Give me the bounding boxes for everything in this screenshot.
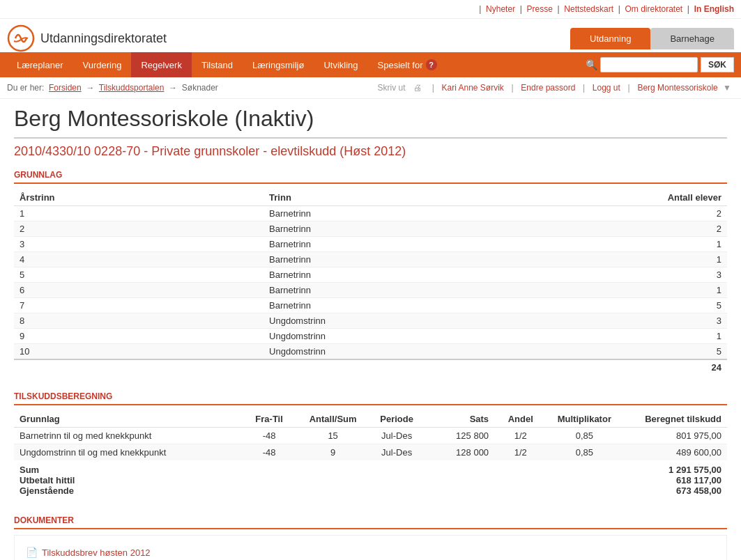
cell-fra-til: -48 [239,444,299,461]
col-grunnlag: Grunnlag [14,411,239,428]
cell-total-empty2 [263,359,620,375]
cell-arstrinn: 8 [14,313,263,329]
page-title: Berg Montessoriskole (Inaktiv) [14,106,727,139]
nav-search: 🔍 SØK [586,57,734,72]
tilskudd-table: Grunnlag Fra-Til Antall/Sum Periode Sats… [14,411,727,499]
breadcrumb-tilskuddsportalen[interactable]: Tilskuddsportalen [99,83,165,93]
cell-antall-sum: 9 [299,444,367,461]
doc-icon: 📄 [26,547,38,558]
cell-arstrinn: 7 [14,298,263,313]
nav-laeringsmiljo[interactable]: Læringsmiljø [243,52,314,77]
table-row: 9 Ungdomstrinn 1 [14,329,727,344]
school-link[interactable]: Berg Montessoriskole [637,83,717,93]
main-content: Berg Montessoriskole (Inaktiv) 2010/4330… [0,99,741,560]
nav-laereplaner[interactable]: Læreplaner [7,52,73,77]
nyheter-link[interactable]: Nyheter [486,4,515,14]
cell-beregnet: 489 600,00 [622,444,727,461]
user-link[interactable]: Kari Anne Sørvik [441,83,503,93]
cell-sats: 125 800 [427,428,494,444]
nav-regelverk[interactable]: Regelverk [131,52,192,77]
om-direktoratet-link[interactable]: Om direktoratet [625,4,683,14]
grunnlag-section-header: GRUNNLAG [14,170,727,184]
breadcrumb-soknader: Søknader [182,83,218,93]
cell-antall: 1 [620,329,727,344]
cell-periode: Jul-Des [367,428,427,444]
col-antall-sum: Antall/Sum [299,411,367,428]
logo-text: Utdanningsdirektoratet [40,31,167,46]
cell-antall: 1 [620,237,727,252]
cell-antall: 5 [620,344,727,360]
cell-sats: 128 000 [427,444,494,461]
col-trinn: Trinn [263,189,620,206]
table-total-row: 24 [14,359,727,375]
cell-fra-til: -48 [239,428,299,444]
cell-trinn: Ungdomstrinn [263,344,620,360]
print-label: Skriv ut [378,83,406,93]
table-row: 7 Barnetrinn 5 [14,298,727,313]
doc-link[interactable]: Tilskuddsbrev høsten 2012 [42,547,151,558]
cell-arstrinn: 6 [14,283,263,298]
breadcrumb-bar: Du er her: Forsiden → Tilskuddsportalen … [0,77,741,99]
cell-arstrinn: 2 [14,221,263,237]
col-antall: Antall elever [620,189,727,206]
cell-multiplikator: 0,85 [547,444,622,461]
cell-arstrinn: 5 [14,267,263,283]
cell-antall: 1 [620,283,727,298]
cell-andel: 1/2 [494,428,547,444]
change-password-link[interactable]: Endre passord [521,83,575,93]
col-beregnet: Beregnet tilskudd [622,411,727,428]
in-english-link[interactable]: In English [694,4,734,14]
col-arstrinn: Årstrinn [14,189,263,206]
cell-arstrinn: 1 [14,206,263,221]
table-row: Ungdomstrinn til og med knekkpunkt -48 9… [14,444,727,461]
nav-vurdering[interactable]: Vurdering [73,52,132,77]
nettstedskart-link[interactable]: Nettstedskart [564,4,613,14]
cell-grunnlag: Barnetrinn til og med knekkpunkt [14,428,239,444]
table-row: 4 Barnetrinn 1 [14,252,727,267]
cell-trinn: Ungdomstrinn [263,329,620,344]
cell-beregnet: 801 975,00 [622,428,727,444]
cell-antall: 5 [620,298,727,313]
table-row: 2 Barnetrinn 2 [14,221,727,237]
cell-arstrinn: 10 [14,344,263,360]
col-andel: Andel [494,411,547,428]
cell-andel: 1/2 [494,444,547,461]
cell-antall: 3 [620,267,727,283]
tab-utdanning[interactable]: Utdanning [570,28,650,49]
cell-grunnlag: Ungdomstrinn til og med knekkpunkt [14,444,239,461]
question-icon: ? [426,59,437,70]
logo: Utdanningsdirektoratet [7,24,167,52]
dropdown-icon[interactable]: ▼ [723,83,731,93]
cell-trinn: Barnetrinn [263,298,620,313]
breadcrumb-forsiden[interactable]: Forsiden [49,83,82,93]
logout-link[interactable]: Logg ut [593,83,620,93]
nav-utvikling[interactable]: Utvikling [314,52,367,77]
nav-bar: Læreplaner Vurdering Regelverk Tilstand … [0,52,741,77]
table-row: 5 Barnetrinn 3 [14,267,727,283]
tilskudd-section-header: TILSKUDDSBEREGNING [14,391,727,405]
col-sats: Sats [427,411,494,428]
cell-total-empty1 [14,359,263,375]
dokumenter-section-header: DOKUMENTER [14,515,727,529]
cell-trinn: Barnetrinn [263,252,620,267]
breadcrumb-right: Skriv ut 🖨 | Kari Anne Sørvik | Endre pa… [375,83,734,93]
tab-barnehage[interactable]: Barnehage [650,28,734,49]
cell-trinn: Barnetrinn [263,237,620,252]
cell-trinn: Barnetrinn [263,267,620,283]
table-row: 10 Ungdomstrinn 5 [14,344,727,360]
presse-link[interactable]: Presse [527,4,553,14]
dokumenter-container: 📄 Tilskuddsbrev høsten 2012 [14,535,727,560]
application-id: 2010/4330/10 0228-70 - Private grunnskol… [14,144,727,159]
nav-spesielt-for[interactable]: Spesielt for ? [368,52,447,77]
breadcrumb-prefix: Du er her: [7,83,44,93]
print-link[interactable]: Skriv ut 🖨 [375,83,427,93]
search-button[interactable]: SØK [701,57,734,72]
cell-antall: 2 [620,206,727,221]
search-input[interactable] [600,57,698,72]
cell-total: 24 [620,359,727,375]
nav-tilstand[interactable]: Tilstand [192,52,243,77]
grunnlag-table: Årstrinn Trinn Antall elever 1 Barnetrin… [14,189,727,375]
col-fra-til: Fra-Til [239,411,299,428]
cell-trinn: Barnetrinn [263,283,620,298]
col-multiplikator: Multiplikator [547,411,622,428]
